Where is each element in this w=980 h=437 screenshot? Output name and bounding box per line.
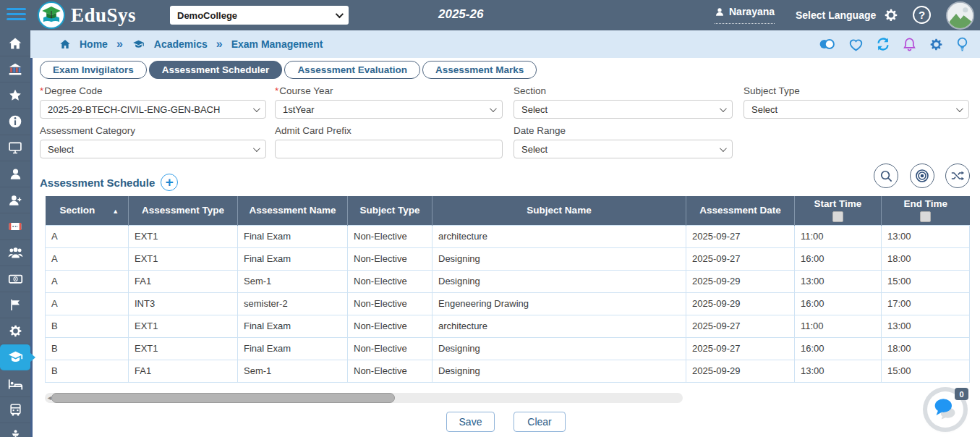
assessment-schedule-table: Section▲ Assessment Type Assessment Name… [45,196,970,383]
sidebar-item-institution[interactable] [0,56,30,82]
favorites-heart-icon[interactable] [848,38,864,51]
tab-assessment-scheduler[interactable]: Assessment Scheduler [149,61,283,79]
breadcrumb-separator: » [116,38,123,51]
shuffle-button[interactable] [945,164,970,188]
sidebar-item-id-card[interactable] [0,213,30,239]
hamburger-menu-icon[interactable] [7,8,26,22]
table-horizontal-scrollbar[interactable]: ◄ [45,393,683,403]
table-row[interactable]: AINT3 semister-2Non-Elective Engeneering… [46,292,970,315]
section-label: Section [514,85,546,96]
sidebar-item-hostel[interactable] [0,370,30,396]
date-range-select[interactable]: Select [514,140,733,158]
avatar[interactable] [946,1,974,30]
monitor-icon [8,140,22,155]
sort-asc-icon[interactable]: ▲ [112,208,119,215]
subject-type-select[interactable]: Select [743,100,969,119]
help-icon[interactable]: ? [913,6,931,24]
quick-action-icons [818,37,968,52]
banknote-icon [8,271,23,287]
sidebar-item-info[interactable] [0,109,30,135]
academic-year-label: 2025-26 [438,7,483,22]
target-filter-button[interactable] [910,164,934,188]
user-icon [715,7,725,17]
brand-logo[interactable]: EduSys [38,1,136,29]
table-row[interactable]: BEXT1 Final ExamNon-Elective Designing20… [46,337,970,360]
person-add-icon [8,193,22,208]
assessment-category-select[interactable]: Select [40,140,266,158]
tab-assessment-evaluation[interactable]: Assessment Evaluation [284,61,420,79]
course-year-select[interactable]: 1stYear [275,100,503,119]
column-header-assessment-date[interactable]: Assessment Date [686,196,795,225]
refresh-icon[interactable] [876,37,890,51]
user-name: Narayana [729,6,775,17]
section-select[interactable]: Select [514,100,733,119]
sidebar-item-home[interactable] [0,30,30,56]
college-select-value: DemoCollege [177,10,237,21]
save-button[interactable]: Save [446,412,495,432]
sidebar-item-payments[interactable] [0,266,30,292]
start-time-select-all-checkbox[interactable] [832,211,843,222]
course-year-value: 1stYear [283,104,315,115]
scrollbar-thumb[interactable] [51,393,395,403]
breadcrumb-bar: Home » Academics » Exam Management [30,30,980,58]
target-icon [915,169,929,183]
tab-exam-invigilators[interactable]: Exam Invigilators [40,61,147,79]
table-row[interactable]: AEXT1 Final ExamNon-Elective architectur… [46,225,970,247]
chevron-down-icon [956,105,963,112]
settings-gear-icon[interactable] [929,37,944,52]
table-row[interactable]: BEXT1 Final ExamNon-Elective architectur… [46,315,970,337]
settings-gear-icon[interactable] [883,7,899,23]
column-header-assessment-name[interactable]: Assessment Name [238,196,348,225]
sidebar-item-groups[interactable] [0,240,30,266]
breadcrumb-academics[interactable]: Academics [154,38,208,50]
date-range-value: Select [521,144,547,155]
breadcrumb-home[interactable]: Home [80,38,108,50]
bed-icon [8,376,23,391]
sidebar-item-transport[interactable] [0,397,30,423]
graduation-cap-icon [132,38,145,50]
sidebar-item-academics-active[interactable] [0,344,30,370]
chevron-down-icon [720,145,727,152]
tab-assessment-marks[interactable]: Assessment Marks [422,61,537,79]
user-menu[interactable]: Narayana [715,6,775,24]
college-select[interactable]: DemoCollege [170,6,349,25]
degree-code-value: 2025-29-BTECH-CIVIL-ENG-GEN-BACH [48,104,220,115]
bus-icon [9,403,22,417]
search-button[interactable] [874,164,898,188]
degree-code-select[interactable]: 2025-29-BTECH-CIVIL-ENG-GEN-BACH [40,100,266,119]
search-icon [879,169,893,183]
tips-bulb-icon[interactable] [956,37,968,52]
sidebar-item-student[interactable] [0,161,30,187]
sidebar-item-monitor[interactable] [0,135,30,161]
notifications-bell-icon[interactable] [903,37,916,52]
sidebar-item-flag[interactable] [0,292,30,318]
column-header-assessment-type[interactable]: Assessment Type [129,196,238,225]
column-header-start-time[interactable]: Start Time [795,196,882,225]
subject-type-value: Select [751,104,777,115]
course-year-label: *Course Year [275,85,333,96]
chat-bubble-icon [932,397,958,422]
sidebar-item-favorites[interactable] [0,82,30,109]
home-icon [8,36,22,51]
column-header-subject-name[interactable]: Subject Name [433,196,686,225]
admit-card-prefix-input[interactable] [275,140,503,158]
assessment-schedule-header: Assessment Schedule + [40,174,178,191]
sidebar-item-settings[interactable] [0,318,30,344]
end-time-select-all-checkbox[interactable] [920,211,931,222]
column-header-section[interactable]: Section▲ [46,196,129,225]
sidebar-item-podium[interactable] [0,423,30,437]
sidebar-item-add-student[interactable] [0,187,30,213]
clear-button[interactable]: Clear [514,412,566,432]
table-row[interactable]: AEXT1 Final ExamNon-Elective Designing20… [46,247,970,270]
select-language-button[interactable]: Select Language [796,9,876,21]
chevron-down-icon [253,105,260,112]
edusys-logo-icon [38,1,65,29]
add-schedule-button[interactable]: + [161,174,178,191]
column-header-subject-type[interactable]: Subject Type [348,196,433,225]
table-row[interactable]: AFA1 Sem-1Non-Elective Designing2025-09-… [46,270,970,292]
table-row[interactable]: BFA1 Sem-1Non-Elective Designing2025-09-… [46,360,970,382]
star-icon [8,88,22,103]
chat-unread-badge: 0 [955,388,968,400]
theme-toggle-icon[interactable] [818,38,836,51]
column-header-end-time[interactable]: End Time [882,196,970,225]
